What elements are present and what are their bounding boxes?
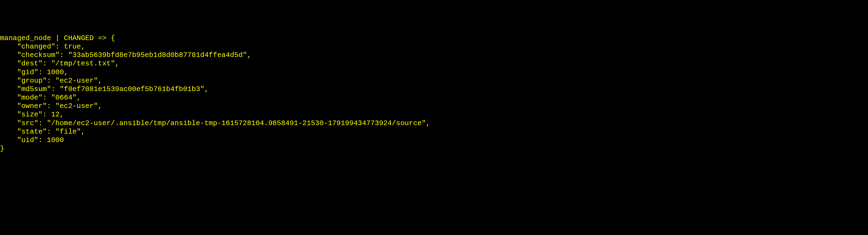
status-label: CHANGED xyxy=(64,34,94,42)
terminal-output: managed_node | CHANGED => { "changed": t… xyxy=(0,34,868,153)
host-name: managed_node xyxy=(0,34,51,42)
changed-value: true xyxy=(64,42,81,51)
gid-value: 1000 xyxy=(47,68,64,76)
uid-value: 1000 xyxy=(47,136,64,144)
checksum-value: 33ab5639bfd8e7b95eb1d8d0b87781d4ffea4d5d xyxy=(72,51,243,59)
dest-value: /tmp/test.txt xyxy=(55,60,111,68)
md5sum-value: f0ef7081e1539ac00ef5b761b4fb01b3 xyxy=(64,85,200,93)
mode-value: 0664 xyxy=(55,94,72,102)
arrow: => xyxy=(98,34,106,42)
state-value: file xyxy=(60,128,76,136)
src-value: /home/ec2-user/.ansible/tmp/ansible-tmp-… xyxy=(51,119,422,127)
group-value: ec2-user xyxy=(60,77,94,85)
owner-value: ec2-user xyxy=(60,102,94,110)
size-value: 12 xyxy=(51,110,60,119)
